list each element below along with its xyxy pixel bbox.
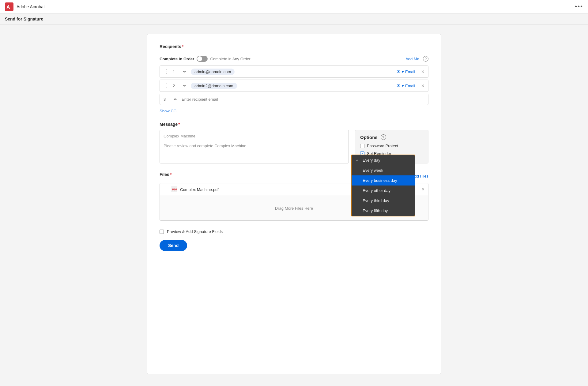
order-toggle-row: Complete in Order Complete in Any Order …	[160, 56, 428, 62]
signature-icon: ✒	[183, 69, 187, 75]
chevron-down-icon: ▾	[402, 84, 404, 88]
signature-icon: ✒	[183, 83, 187, 89]
files-label: Files*	[160, 172, 172, 177]
message-body: Please review and complete Complex Machi…	[164, 144, 345, 148]
help-icon[interactable]: ?	[423, 56, 428, 62]
title-bar-left: A Adobe Acrobat	[5, 2, 45, 11]
file-drag-handle[interactable]: ⋮	[164, 187, 168, 193]
message-box[interactable]: Complex Machine Please review and comple…	[160, 130, 349, 163]
more-options-button[interactable]: •••	[575, 3, 583, 10]
preview-row: Preview & Add Signature Fields	[160, 229, 428, 234]
add-me-link[interactable]: Add Me	[405, 57, 419, 61]
envelope-icon: ✉	[397, 69, 401, 74]
dropdown-item[interactable]: ✓ Every day	[352, 155, 415, 165]
svg-text:A: A	[6, 5, 10, 10]
section-header: Send for Signature	[0, 13, 588, 25]
options-title: Options ?	[360, 134, 423, 140]
recipient-email-input[interactable]	[182, 97, 424, 102]
send-button[interactable]: Send	[160, 240, 187, 251]
remove-recipient-button[interactable]: ×	[421, 83, 424, 89]
pdf-icon: PDF	[172, 186, 177, 193]
row-number: 3	[164, 97, 169, 102]
main-content: Recipients* Complete in Order Complete i…	[0, 25, 588, 383]
order-toggle[interactable]	[197, 56, 208, 62]
email-chip[interactable]: admin@domain.com	[191, 69, 235, 75]
email-type-selector[interactable]: ✉ ▾ Email	[397, 69, 415, 74]
row-number: 2	[173, 84, 178, 88]
recipient-row: ⋮ 2 ✒ admin2@domain.com ✉ ▾ Email ×	[160, 80, 428, 92]
options-help-icon[interactable]: ?	[381, 134, 386, 140]
title-bar: A Adobe Acrobat •••	[0, 0, 588, 13]
reminder-dropdown: ✓ Every day Every week Every business da…	[351, 155, 415, 216]
password-protect-row: Password Protect	[360, 144, 423, 148]
chevron-down-icon: ▾	[402, 69, 404, 74]
password-protect-checkbox[interactable]	[360, 144, 364, 148]
remove-file-button[interactable]: ×	[422, 187, 424, 192]
empty-recipient-row: 3 ✒	[160, 94, 428, 105]
dropdown-item[interactable]: Every week	[352, 165, 415, 175]
message-section: Message* Complex Machine Please review a…	[160, 122, 428, 163]
dropdown-item[interactable]: Every other day	[352, 186, 415, 196]
svg-text:PDF: PDF	[172, 188, 177, 191]
email-type-selector[interactable]: ✉ ▾ Email	[397, 83, 415, 88]
dropdown-item[interactable]: Every fifth day	[352, 206, 415, 216]
acrobat-icon: A	[5, 2, 13, 11]
preview-label: Preview & Add Signature Fields	[167, 229, 223, 234]
email-chip[interactable]: admin2@domain.com	[191, 83, 237, 89]
message-label: Message*	[160, 122, 428, 127]
dropdown-item[interactable]: Every third day	[352, 196, 415, 206]
form-container: Recipients* Complete in Order Complete i…	[147, 34, 441, 374]
recipients-section: Recipients* Complete in Order Complete i…	[160, 44, 428, 113]
message-area: Complex Machine Please review and comple…	[160, 130, 428, 163]
password-protect-label: Password Protect	[367, 144, 398, 148]
recipients-header: Recipients*	[160, 44, 428, 52]
app-title: Adobe Acrobat	[17, 4, 45, 9]
row-number: 1	[173, 69, 178, 74]
signature-icon: ✒	[173, 96, 177, 102]
dropdown-item[interactable]: Every business day	[352, 175, 415, 186]
recipients-label: Recipients*	[160, 44, 183, 49]
complete-in-order-label: Complete in Order	[160, 57, 194, 61]
checkmark-icon: ✓	[356, 158, 360, 163]
drag-handle[interactable]: ⋮	[164, 68, 169, 75]
drag-handle[interactable]: ⋮	[164, 82, 169, 89]
envelope-icon: ✉	[397, 83, 401, 88]
message-subject: Complex Machine	[164, 134, 345, 141]
toggle-knob	[197, 56, 202, 61]
show-cc-link[interactable]: Show CC	[160, 109, 176, 113]
recipient-row: ⋮ 1 ✒ admin@domain.com ✉ ▾ Email ×	[160, 66, 428, 78]
complete-any-order-label: Complete in Any Order	[210, 57, 251, 61]
preview-checkbox[interactable]	[160, 230, 164, 234]
options-panel: Options ? Password Protect ✓ Set Reminde…	[355, 130, 428, 163]
remove-recipient-button[interactable]: ×	[421, 69, 424, 75]
